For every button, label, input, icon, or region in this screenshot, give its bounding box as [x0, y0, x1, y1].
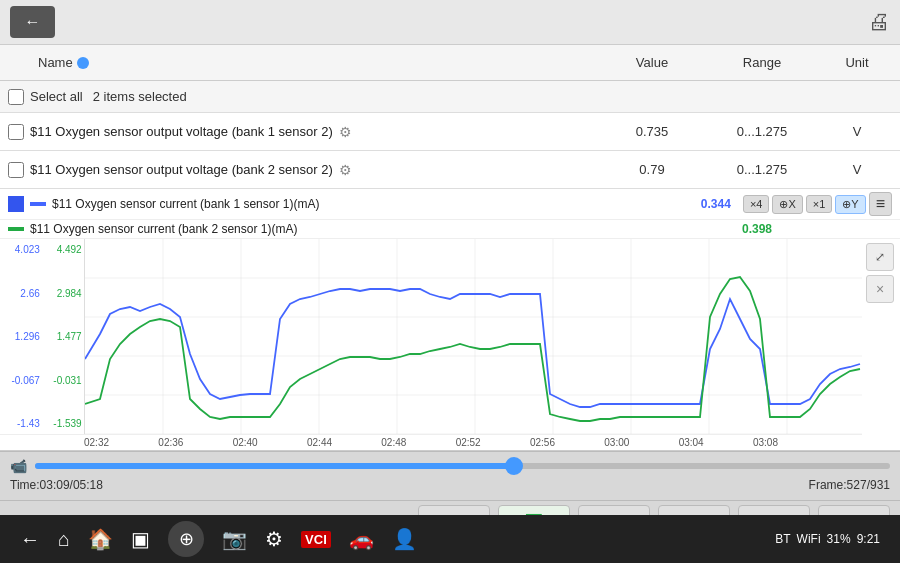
row2-settings-icon[interactable]: ⚙	[339, 162, 352, 178]
y-blue-5: -1.43	[2, 418, 40, 429]
green-line-legend	[8, 227, 24, 231]
close-chart-button[interactable]: ×	[866, 275, 894, 303]
expand-chart-button[interactable]: ⤢	[866, 243, 894, 271]
timeline-section: 📹 Time:03:09/05:18 Frame:527/931	[0, 451, 900, 500]
x-label-3: 02:44	[307, 437, 332, 448]
y-green-2: 2.984	[44, 288, 82, 299]
zoom-x4-button[interactable]: ×4	[743, 195, 770, 213]
selected-count: 2 items selected	[93, 89, 187, 104]
settings-icon[interactable]: ⚙	[265, 527, 283, 551]
row1-value: 0.735	[602, 124, 702, 139]
x-label-4: 02:48	[381, 437, 406, 448]
zoom-y-button[interactable]: ⊕Y	[835, 195, 865, 214]
table-header: Name Value Range Unit	[0, 45, 900, 81]
blue-legend-value: 0.344	[701, 197, 731, 211]
scrubber-thumb[interactable]	[505, 457, 523, 475]
scrubber-track[interactable]	[35, 463, 890, 469]
frame-label: Frame:527/931	[809, 478, 890, 492]
x-axis: 02:32 02:36 02:40 02:44 02:48 02:52 02:5…	[0, 434, 862, 450]
wifi-icon: WiFi	[797, 532, 821, 546]
scrubber-row: 📹	[10, 458, 890, 474]
side-controls: ⤢ ×	[862, 239, 900, 434]
row1-unit: V	[822, 124, 892, 139]
system-icons-left: ← ⌂ 🏠 ▣ ⊕ 📷 ⚙ VCI 🚗 👤	[20, 521, 417, 557]
system-time: 9:21	[857, 532, 880, 546]
scrubber-fill	[35, 463, 514, 469]
zoom-x1-button[interactable]: ×1	[806, 195, 833, 213]
col-name-header: Name	[8, 55, 602, 70]
info-dot[interactable]	[77, 57, 89, 69]
chart-section: $11 Oxygen sensor current (bank 1 sensor…	[0, 189, 900, 451]
chart-legend: $11 Oxygen sensor current (bank 1 sensor…	[0, 189, 900, 220]
green-legend-value: 0.398	[742, 222, 772, 236]
table-row: $11 Oxygen sensor output voltage (bank 1…	[0, 113, 900, 151]
y-green-3: 1.477	[44, 331, 82, 342]
home-icon[interactable]: ⌂	[58, 528, 70, 551]
battery-level: 31%	[827, 532, 851, 546]
row2-value: 0.79	[602, 162, 702, 177]
select-all-row: Select all 2 items selected	[0, 81, 900, 113]
legend-checkbox[interactable]	[8, 196, 24, 212]
row2-checkbox[interactable]	[8, 162, 24, 178]
camera-icon[interactable]: 📷	[222, 527, 247, 551]
select-all-checkbox[interactable]	[8, 89, 24, 105]
bt-icon: BT	[775, 532, 790, 546]
row2-label: $11 Oxygen sensor output voltage (bank 2…	[30, 162, 333, 177]
table-row: $11 Oxygen sensor output voltage (bank 2…	[0, 151, 900, 189]
row2-name: $11 Oxygen sensor output voltage (bank 2…	[24, 162, 602, 178]
nav-back-icon[interactable]: ←	[20, 528, 40, 551]
row2-range: 0...1.275	[702, 162, 822, 177]
y-axis-green: 4.492 2.984 1.477 -0.031 -1.539	[42, 239, 84, 434]
y-blue-2: 2.66	[2, 288, 40, 299]
x-label-5: 02:52	[456, 437, 481, 448]
col-unit-header: Unit	[822, 55, 892, 70]
apps-icon[interactable]: 🏠	[88, 527, 113, 551]
x-label-1: 02:36	[158, 437, 183, 448]
x-label-8: 03:04	[679, 437, 704, 448]
row1-label: $11 Oxygen sensor output voltage (bank 1…	[30, 124, 333, 139]
y-blue-3: 1.296	[2, 331, 40, 342]
print-button[interactable]: 🖨	[868, 9, 890, 35]
chart-legend-2: $11 Oxygen sensor current (bank 2 sensor…	[0, 220, 900, 239]
line-chart	[84, 239, 862, 434]
chart-area: 4.023 2.66 1.296 -0.067 -1.43 4.492 2.98…	[0, 239, 900, 434]
y-blue-4: -0.067	[2, 375, 40, 386]
time-label: Time:03:09/05:18	[10, 478, 103, 492]
y-green-1: 4.492	[44, 244, 82, 255]
back-icon: ←	[25, 13, 41, 31]
blue-legend-label: $11 Oxygen sensor current (bank 1 sensor…	[52, 197, 319, 211]
row1-range: 0...1.275	[702, 124, 822, 139]
user-icon[interactable]: 👤	[392, 527, 417, 551]
y-green-5: -1.539	[44, 418, 82, 429]
x-label-2: 02:40	[233, 437, 258, 448]
system-status: BT WiFi 31% 9:21	[775, 532, 880, 546]
x-label-6: 02:56	[530, 437, 555, 448]
y-green-4: -0.031	[44, 375, 82, 386]
col-range-header: Range	[702, 55, 822, 70]
y-axis-blue: 4.023 2.66 1.296 -0.067 -1.43	[0, 239, 42, 434]
row1-checkbox[interactable]	[8, 124, 24, 140]
recent-icon[interactable]: ▣	[131, 527, 150, 551]
x-label-0: 02:32	[84, 437, 109, 448]
col-value-header: Value	[602, 55, 702, 70]
top-bar: ← 🖨	[0, 0, 900, 45]
blue-line-legend	[30, 202, 46, 206]
green-legend-label: $11 Oxygen sensor current (bank 2 sensor…	[30, 222, 297, 236]
row1-name: $11 Oxygen sensor output voltage (bank 1…	[24, 124, 602, 140]
car-icon[interactable]: 🚗	[349, 527, 374, 551]
select-all-label: Select all	[30, 89, 83, 104]
back-button[interactable]: ←	[10, 6, 55, 38]
zoom-x-button[interactable]: ⊕X	[772, 195, 802, 214]
time-info-row: Time:03:09/05:18 Frame:527/931	[10, 478, 890, 492]
browser-icon[interactable]: ⊕	[168, 521, 204, 557]
x-label-7: 03:00	[604, 437, 629, 448]
y-blue-1: 4.023	[2, 244, 40, 255]
vci-icon[interactable]: VCI	[301, 531, 331, 548]
system-bar: ← ⌂ 🏠 ▣ ⊕ 📷 ⚙ VCI 🚗 👤 BT WiFi 31% 9:21	[0, 515, 900, 563]
name-label: Name	[38, 55, 73, 70]
chart-menu-button[interactable]: ≡	[869, 192, 892, 216]
chart-controls: ×4 ⊕X ×1 ⊕Y ≡	[743, 192, 892, 216]
row2-unit: V	[822, 162, 892, 177]
x-label-9: 03:08	[753, 437, 778, 448]
row1-settings-icon[interactable]: ⚙	[339, 124, 352, 140]
